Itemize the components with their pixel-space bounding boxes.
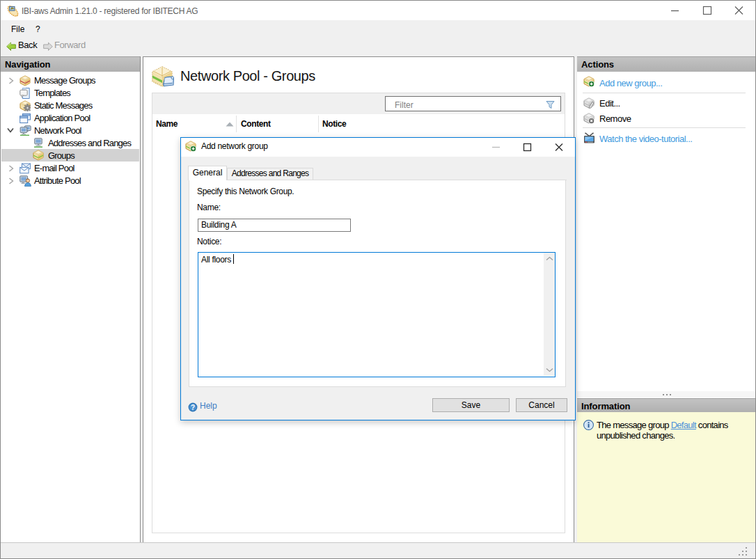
- svg-text:?: ?: [191, 404, 195, 411]
